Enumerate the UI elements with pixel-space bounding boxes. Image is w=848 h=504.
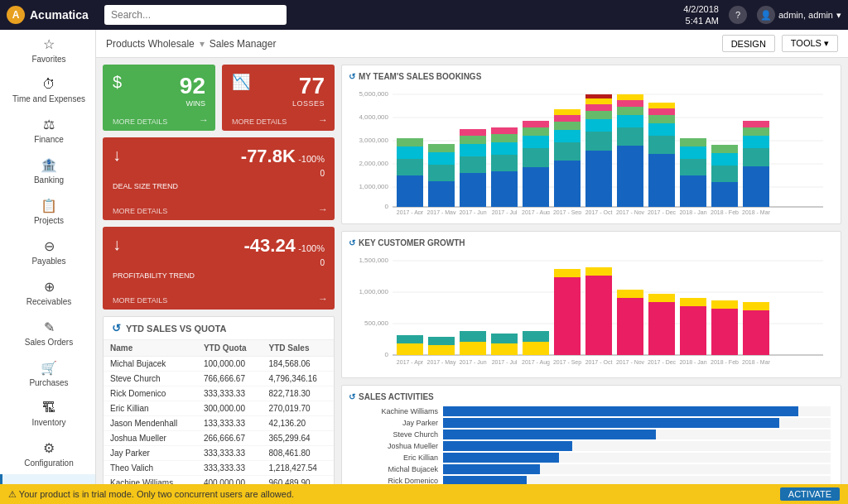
sidebar-item-purchases[interactable]: 🛒Purchases: [0, 353, 95, 394]
sidebar-item-projects[interactable]: 📋Projects: [0, 191, 95, 232]
ytd-table-card: ↺ YTD SALES VS QUOTA Name YTD Quota YTD …: [103, 316, 335, 484]
col-name: Name: [104, 340, 197, 357]
table-cell: Kachine Williams: [104, 476, 197, 485]
svg-rect-71: [743, 127, 769, 136]
svg-rect-17: [428, 165, 455, 181]
svg-rect-52: [617, 100, 643, 107]
ytd-table-header: ↺ YTD SALES VS QUOTA: [104, 317, 334, 340]
svg-text:2017 - Dec: 2017 - Dec: [648, 359, 677, 365]
tools-button[interactable]: TOOLS ▾: [782, 35, 838, 52]
svg-text:2017 - Jul: 2017 - Jul: [492, 359, 518, 365]
sidebar-item-finance[interactable]: ⚖Finance: [0, 110, 95, 151]
svg-rect-23: [460, 136, 486, 144]
svg-rect-59: [648, 103, 675, 108]
svg-text:2017 - Jul: 2017 - Jul: [492, 209, 518, 214]
svg-rect-97: [460, 342, 486, 355]
activity-label: Kachine Williams: [352, 407, 443, 415]
activities-chart-title: ↺ SALES ACTIVITIES: [349, 392, 834, 401]
table-row: Joshua Mueller266,666.67365,299.64: [104, 431, 334, 446]
activity-bar-bg: [443, 430, 831, 439]
search-input[interactable]: [104, 5, 287, 25]
deal-label: DEAL SIZE TREND: [113, 182, 325, 190]
table-cell: 766,666.67: [197, 372, 263, 386]
losses-more-details[interactable]: MORE DETAILS: [232, 118, 287, 126]
svg-text:2018 - Jan: 2018 - Jan: [679, 209, 706, 214]
svg-rect-40: [554, 109, 581, 115]
sidebar-label-sales-orders: Sales Orders: [25, 338, 73, 347]
svg-rect-36: [554, 142, 581, 161]
svg-text:2017 - Oct: 2017 - Oct: [585, 359, 613, 365]
growth-refresh-icon[interactable]: ↺: [349, 238, 355, 247]
bookings-chart-title: ↺ MY TEAM'S SALES BOOKINGS: [349, 72, 834, 81]
sidebar-item-receivables[interactable]: ⊕Receivables: [0, 272, 95, 313]
sidebar-label-configuration: Configuration: [24, 458, 73, 468]
svg-text:2017 - Dec: 2017 - Dec: [648, 209, 677, 214]
svg-rect-109: [648, 302, 675, 355]
sidebar-label-time-expenses: Time and Expenses: [12, 94, 85, 103]
activity-row: Steve Church: [352, 430, 831, 439]
sidebar-label-projects: Projects: [34, 216, 64, 225]
svg-rect-47: [585, 94, 612, 98]
content-header: Products Wholesale ▾ Sales Manager DESIG…: [96, 30, 848, 58]
sidebar-label-inventory: Inventory: [31, 418, 65, 427]
activity-label: Joshua Mueller: [352, 442, 443, 450]
sidebar-item-configuration[interactable]: ⚙Configuration: [0, 434, 95, 474]
profit-value: -43.24: [243, 235, 295, 256]
app-logo: A Acumatica: [7, 6, 98, 24]
svg-rect-72: [743, 121, 769, 127]
deal-more-details[interactable]: MORE DETAILS: [113, 207, 167, 215]
activity-row: Michal Bujacek: [352, 464, 831, 474]
deal-sub: 0: [320, 169, 325, 178]
svg-rect-115: [743, 310, 769, 355]
activity-row: Eric Killian: [352, 453, 831, 463]
svg-rect-99: [491, 343, 518, 355]
svg-rect-56: [648, 123, 675, 136]
svg-text:2018 - Feb: 2018 - Feb: [711, 359, 739, 365]
table-cell: 270,019.70: [263, 401, 334, 416]
growth-chart: 1,500,000 1,000,000 500,000 0: [349, 252, 834, 368]
svg-rect-15: [397, 138, 423, 146]
design-button[interactable]: DESIGN: [722, 35, 775, 52]
sidebar-item-inventory[interactable]: 🏗Inventory: [0, 394, 95, 434]
sidebar: ☆Favorites⏱Time and Expenses⚖Finance🏦Ban…: [0, 30, 96, 484]
svg-text:2018 - Feb: 2018 - Feb: [711, 209, 739, 214]
profit-sub: 0: [320, 258, 325, 267]
bookings-refresh-icon[interactable]: ↺: [349, 72, 355, 81]
activity-bar: [443, 430, 656, 439]
logo-icon: A: [7, 6, 25, 24]
right-column: ↺ MY TEAM'S SALES BOOKINGS 5,000,000 4,0…: [341, 65, 841, 484]
profit-more-details[interactable]: MORE DETAILS: [113, 296, 167, 305]
sidebar-item-dashboards[interactable]: ▦Dashboards: [0, 474, 95, 484]
svg-text:2,000,000: 2,000,000: [359, 160, 388, 167]
table-cell: 100,000.00: [197, 357, 263, 372]
help-button[interactable]: ?: [729, 6, 747, 24]
activities-refresh-icon[interactable]: ↺: [349, 392, 355, 401]
sidebar-item-favorites[interactable]: ☆Favorites: [0, 30, 95, 70]
svg-rect-50: [617, 115, 643, 127]
svg-rect-106: [585, 267, 612, 276]
svg-text:2017 - Aug: 2017 - Aug: [522, 209, 550, 214]
sidebar-item-sales-orders[interactable]: ✎Sales Orders: [0, 313, 95, 353]
sidebar-item-payables[interactable]: ⊖Payables: [0, 232, 95, 272]
svg-rect-68: [743, 166, 769, 207]
breadcrumb-item-1[interactable]: Products Wholesale: [106, 38, 195, 50]
sidebar-icon-finance: ⚖: [43, 117, 55, 132]
sidebar-icon-projects: 📋: [41, 198, 57, 214]
ytd-sales-table: Name YTD Quota YTD Sales Michal Bujacek1…: [104, 340, 334, 484]
svg-rect-103: [554, 277, 581, 355]
wins-more-details[interactable]: MORE DETAILS: [113, 118, 167, 126]
ytd-refresh-icon[interactable]: ↺: [112, 322, 121, 334]
table-row: Kachine Williams400,000.00960,489.90: [104, 476, 334, 485]
svg-rect-32: [523, 136, 549, 148]
user-dropdown-icon: ▾: [836, 10, 841, 21]
sidebar-label-banking: Banking: [34, 175, 64, 185]
sidebar-item-time-expenses[interactable]: ⏱Time and Expenses: [0, 70, 95, 110]
user-menu[interactable]: 👤 admin, admin ▾: [757, 6, 841, 24]
growth-chart-card: ↺ KEY CUSTOMER GROWTH 1,500,000 1,000,00…: [341, 231, 841, 378]
content-area: Products Wholesale ▾ Sales Manager DESIG…: [96, 30, 848, 484]
activity-bar-bg: [443, 441, 831, 451]
svg-rect-44: [585, 111, 612, 119]
sidebar-item-banking[interactable]: 🏦Banking: [0, 151, 95, 191]
sidebar-icon-banking: 🏦: [41, 157, 57, 173]
profit-right: -43.24 -100% 0: [243, 235, 325, 268]
